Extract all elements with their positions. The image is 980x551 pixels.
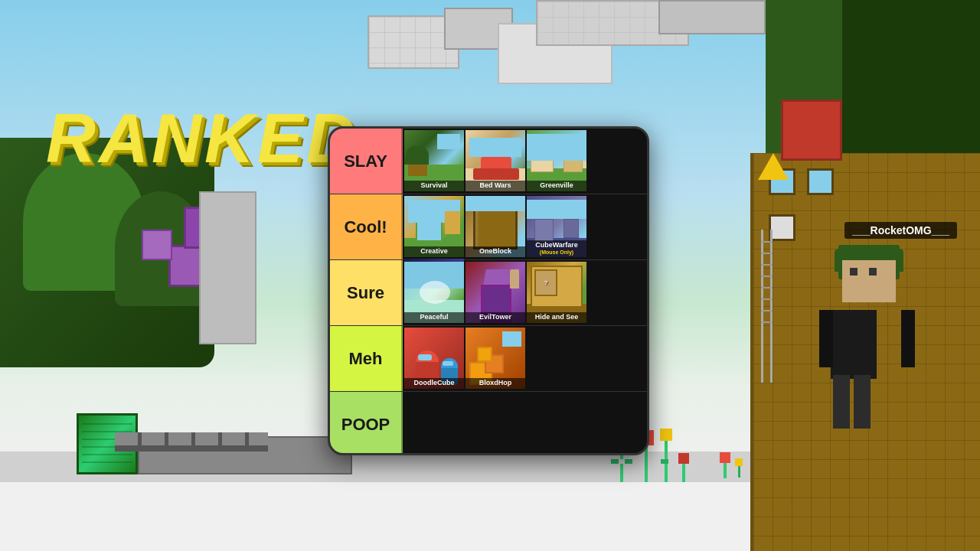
bloxdhop-label: BloxdHop: [466, 378, 525, 389]
tier-list-panel: SLAY Survival: [328, 126, 649, 455]
hidenseek-label: Hide and See: [527, 312, 586, 323]
tier-row-meh: Meh: [330, 326, 647, 392]
game-item-peaceful: Peaceful: [404, 262, 464, 323]
creative-label: Creative: [404, 246, 464, 257]
tier-label-poop: POOP: [330, 392, 403, 455]
tier-label-sure: Sure: [330, 260, 403, 325]
game-item-creative: Creative: [404, 196, 464, 257]
rail-base: [115, 445, 268, 452]
tier-row-slay: SLAY Survival: [330, 129, 647, 194]
player-character: [819, 245, 919, 490]
tier-row-poop: POOP: [330, 392, 647, 455]
red-block: [781, 99, 842, 161]
player-name-label: ___RocketOMG___: [844, 222, 957, 239]
oneblock-label: OneBlock: [466, 246, 525, 257]
stone-pillar-2: [199, 191, 256, 344]
game-item-survival: Survival: [404, 130, 464, 191]
flower-group: [720, 452, 743, 478]
bedwars-label: Bed Wars: [466, 181, 525, 191]
tier-label-cool: Cool!: [330, 194, 403, 259]
greenville-label: Greenville: [527, 181, 586, 191]
survival-label: Survival: [404, 181, 464, 191]
tier-row-sure: Sure Peaceful EvilTo: [330, 260, 647, 326]
tier-items-slay: Survival Bed Wars: [403, 129, 647, 194]
eviltower-label: EvilTower: [466, 312, 525, 323]
ladder: [761, 230, 773, 383]
floating-block-5: [658, 0, 766, 34]
game-item-cubewarfare: CubeWarfare (Mouse Only): [527, 196, 586, 257]
ranked-title: RANKED: [46, 99, 359, 178]
peaceful-label: Peaceful: [404, 312, 464, 323]
tier-items-sure: Peaceful EvilTower ?: [403, 260, 647, 325]
game-item-greenville: Greenville: [527, 130, 586, 191]
yellow-triangle: [758, 153, 789, 180]
game-item-hidenseek: ? Hide and See: [527, 262, 586, 323]
game-item-eviltower: EvilTower: [466, 262, 525, 323]
game-item-bloxdhop: BloxdHop: [466, 328, 525, 389]
tier-label-slay: SLAY: [330, 129, 403, 194]
tier-items-poop: [403, 392, 647, 455]
game-item-bedwars: Bed Wars: [466, 130, 525, 191]
tier-label-meh: Meh: [330, 326, 403, 391]
tier-items-meh: DoodleCube BloxdHop: [403, 326, 647, 391]
purple-block-3: [142, 230, 172, 260]
tier-row-cool: Cool! Creative OneBlock: [330, 194, 647, 260]
game-item-oneblock: OneBlock: [466, 196, 525, 257]
tier-items-cool: Creative OneBlock CubeWarfare: [403, 194, 647, 259]
doodlecube-label: DoodleCube: [404, 378, 464, 389]
game-item-doodlecube: DoodleCube: [404, 328, 464, 389]
cubewarfare-label: CubeWarfare (Mouse Only): [527, 240, 586, 257]
